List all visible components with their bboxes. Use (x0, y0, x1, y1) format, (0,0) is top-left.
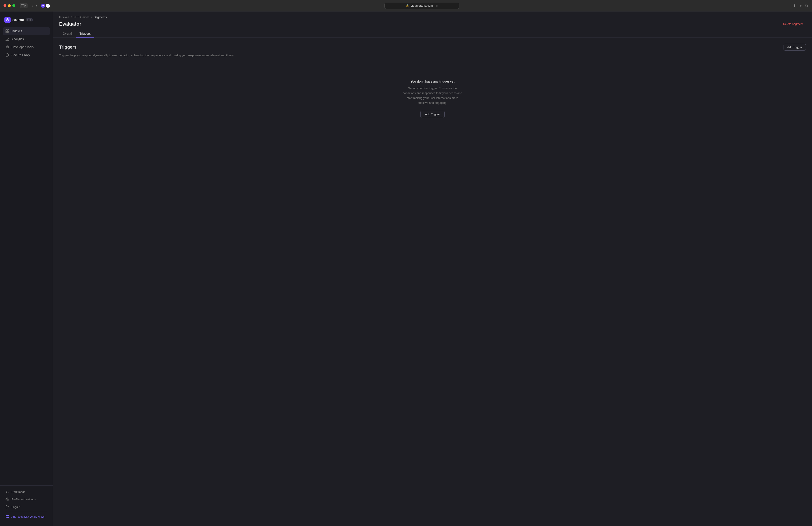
main-content: Indexes / NES Games / Segments Evaluator… (53, 12, 812, 526)
tab-triggers[interactable]: Triggers (76, 30, 94, 38)
breadcrumb-sep-2: / (91, 15, 92, 19)
tab-overall[interactable]: Overall (59, 30, 76, 38)
logout-icon (5, 505, 9, 509)
svg-rect-6 (6, 31, 7, 33)
url-display[interactable]: 🔒 cloud.orama.com ↻ (385, 3, 460, 9)
empty-state: You don't have any trigger yet Set up yo… (59, 67, 806, 131)
delete-segment-button[interactable]: Delete segment (781, 21, 806, 27)
sidebar: orama beta Indexes Analytics Devel (0, 12, 53, 526)
svg-rect-4 (6, 30, 7, 31)
logo-text: orama (12, 18, 24, 22)
svg-point-10 (7, 499, 8, 500)
svg-rect-7 (8, 31, 9, 33)
svg-rect-5 (8, 30, 9, 31)
share-button[interactable]: ⬆ (792, 3, 797, 9)
page-header-row: Evaluator Delete segment (59, 21, 806, 27)
sidebar-item-feedback[interactable]: Any feedback? Let us know! (3, 513, 50, 520)
breadcrumb-sep-1: / (71, 15, 72, 19)
traffic-lights (3, 4, 15, 7)
app-container: orama beta Indexes Analytics Devel (0, 12, 812, 526)
maximize-traffic-light[interactable] (12, 4, 15, 7)
analytics-icon (5, 37, 9, 41)
dark-mode-label: Dark mode (12, 490, 26, 494)
google-favicon: G (46, 4, 50, 8)
feedback-icon (5, 515, 9, 518)
sidebar-item-label-developer-tools: Developer Tools (12, 45, 33, 49)
grid-icon (5, 29, 9, 33)
browser-controls: ▾ (20, 3, 28, 9)
svg-line-9 (7, 46, 8, 48)
breadcrumb-nes-games[interactable]: NES Games (73, 15, 89, 19)
sidebar-item-secure-proxy[interactable]: Secure Proxy (3, 51, 50, 59)
sidebar-item-label-indexes: Indexes (12, 29, 22, 33)
sidebar-divider (5, 512, 47, 512)
sidebar-item-label-analytics: Analytics (12, 37, 24, 41)
favicon-area: O G (41, 4, 50, 8)
page-title: Evaluator (59, 21, 81, 27)
profile-settings-label: Profile and settings (12, 498, 36, 501)
content-area: Triggers Add Trigger Triggers help you r… (53, 38, 812, 526)
empty-state-title: You don't have any trigger yet (410, 80, 454, 83)
new-tab-button[interactable]: + (799, 3, 802, 9)
section-header: Triggers Add Trigger (59, 44, 806, 51)
sidebar-logo: orama beta (0, 15, 53, 27)
back-button[interactable]: ‹ (30, 3, 34, 8)
reload-icon[interactable]: ↻ (436, 4, 438, 8)
main-header: Indexes / NES Games / Segments Evaluator… (53, 12, 812, 38)
code-icon (5, 45, 9, 49)
logo-icon (4, 17, 11, 23)
browser-chrome: ▾ ‹ › O G 🔒 cloud.orama.com ↻ ⬆ + ⧉ (0, 0, 812, 12)
section-title: Triggers (59, 45, 76, 50)
add-trigger-button-top[interactable]: Add Trigger (784, 44, 806, 51)
svg-rect-0 (21, 4, 24, 7)
breadcrumb-current: Segments (94, 15, 107, 19)
nav-arrows: ‹ › (30, 3, 39, 8)
add-trigger-button-empty[interactable]: Add Trigger (420, 111, 445, 118)
feedback-label: Any feedback? Let us know! (12, 515, 45, 518)
tabs-button[interactable]: ⧉ (804, 3, 809, 9)
orama-favicon: O (41, 4, 45, 8)
shield-icon (5, 53, 9, 57)
breadcrumb-indexes[interactable]: Indexes (59, 15, 69, 19)
sidebar-toggle-btn[interactable]: ▾ (20, 3, 28, 9)
sidebar-item-logout[interactable]: Logout (3, 503, 50, 510)
sidebar-item-label-secure-proxy: Secure Proxy (12, 53, 30, 57)
url-text: cloud.orama.com (411, 4, 433, 7)
address-bar: 🔒 cloud.orama.com ↻ (54, 3, 790, 9)
tabs: Overall Triggers (59, 30, 806, 37)
moon-icon (5, 490, 9, 494)
forward-button[interactable]: › (34, 3, 38, 8)
gear-icon (5, 498, 9, 501)
empty-state-description: Set up your first trigger. Customize the… (402, 86, 463, 105)
sidebar-nav: Indexes Analytics Developer Tools Secure… (0, 27, 53, 485)
sidebar-item-analytics[interactable]: Analytics (3, 35, 50, 43)
svg-point-3 (7, 19, 8, 20)
logout-label: Logout (12, 505, 20, 509)
lock-icon: 🔒 (406, 4, 409, 7)
sidebar-bottom: Dark mode Profile and settings Logout (0, 485, 53, 523)
sidebar-item-developer-tools[interactable]: Developer Tools (3, 43, 50, 51)
breadcrumb: Indexes / NES Games / Segments (59, 15, 806, 19)
sidebar-item-profile-settings[interactable]: Profile and settings (3, 496, 50, 503)
logo-badge: beta (26, 18, 33, 22)
section-description: Triggers help you respond dynamically to… (59, 53, 806, 58)
minimize-traffic-light[interactable] (8, 4, 11, 7)
browser-actions: ⬆ + ⧉ (792, 3, 809, 9)
close-traffic-light[interactable] (3, 4, 6, 7)
sidebar-item-indexes[interactable]: Indexes (3, 27, 50, 35)
sidebar-item-dark-mode[interactable]: Dark mode (3, 488, 50, 495)
